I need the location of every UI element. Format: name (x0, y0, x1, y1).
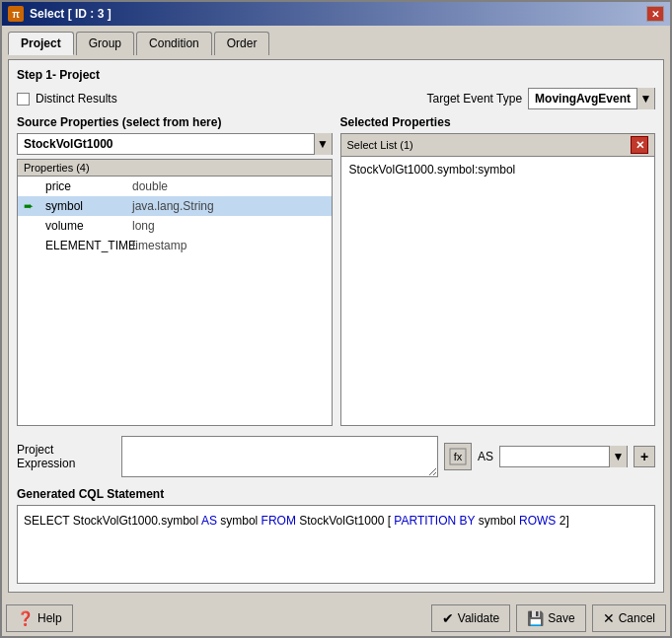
title-bar: π Select [ ID : 3 ] ✕ (2, 2, 670, 26)
as-dropdown[interactable]: ▼ (499, 446, 628, 467)
cql-title: Generated CQL Statement (17, 487, 655, 501)
distinct-target-row: Distinct Results Target Event Type Movin… (17, 88, 655, 109)
cql-rows-val: 2] (560, 514, 569, 528)
cql-box: SELECT StockVolGt1000.symbol AS symbol F… (17, 505, 655, 584)
main-window: π Select [ ID : 3 ] ✕ Project Group Cond… (0, 0, 672, 638)
expr-function-button[interactable]: fx (444, 443, 472, 470)
cql-section: Generated CQL Statement SELECT StockVolG… (17, 487, 655, 584)
main-panel: Step 1- Project Distinct Results Target … (8, 59, 664, 593)
prop-row-symbol[interactable]: ➨ symbol java.lang.String (18, 196, 332, 216)
prop-name-element-time: ELEMENT_TIME (45, 239, 124, 252)
distinct-checkbox[interactable] (17, 93, 30, 106)
project-expr-input[interactable] (121, 436, 438, 477)
target-event-dropdown[interactable]: MovingAvgEvent ▼ (528, 88, 655, 109)
prop-name-volume: volume (45, 219, 124, 233)
save-button[interactable]: 💾 Save (516, 604, 585, 632)
source-col: Source Properties (select from here) Sto… (17, 115, 333, 426)
save-icon: 💾 (527, 610, 544, 626)
cql-partition-col: symbol (479, 514, 519, 528)
footer-right: ✔ Validate 💾 Save ✕ Cancel (431, 604, 666, 632)
prop-name-symbol: symbol (45, 199, 124, 213)
chevron-down-icon: ▼ (317, 137, 329, 151)
properties-header: Properties (4) (18, 160, 332, 177)
selected-box: Select List (1) ✕ StockVolGt1000.symbol:… (340, 133, 656, 426)
source-dropdown[interactable]: StockVolGt1000 ▼ (17, 133, 333, 155)
help-label: Help (37, 611, 62, 625)
tab-group[interactable]: Group (76, 32, 134, 55)
prop-type-volume: long (132, 219, 155, 233)
prop-row-price[interactable]: price double (18, 177, 332, 196)
tab-order[interactable]: Order (214, 32, 270, 55)
prop-arrow-symbol: ➨ (24, 199, 37, 213)
content-area: Project Group Condition Order Step 1- Pr… (2, 26, 670, 599)
app-icon: π (8, 6, 24, 22)
tab-project[interactable]: Project (8, 32, 74, 55)
project-expr-row: Project Expression fx AS ▼ + (17, 432, 655, 481)
source-dropdown-btn[interactable]: ▼ (314, 133, 332, 155)
as-label: AS (478, 450, 493, 463)
prop-row-volume[interactable]: volume long (18, 216, 332, 236)
prop-name-price: price (45, 179, 124, 193)
prop-type-symbol: java.lang.String (132, 199, 214, 213)
distinct-label: Distinct Results (36, 92, 117, 106)
source-props-title: Source Properties (select from here) (17, 115, 333, 129)
tab-condition[interactable]: Condition (136, 32, 212, 55)
cql-partition: PARTITION BY (394, 514, 475, 528)
footer: ❓ Help ✔ Validate 💾 Save ✕ Cancel (2, 599, 670, 636)
help-button[interactable]: ❓ Help (6, 604, 73, 632)
cancel-icon: ✕ (603, 610, 615, 626)
add-button[interactable]: + (634, 446, 655, 467)
selected-list: StockVolGt1000.symbol:symbol (341, 157, 655, 425)
cql-select: SELECT (24, 514, 73, 528)
footer-left: ❓ Help (6, 604, 73, 632)
cancel-label: Cancel (619, 611, 655, 625)
cql-from: FROM (261, 514, 300, 528)
distinct-left: Distinct Results (17, 92, 117, 106)
properties-list: price double ➨ symbol java.lang.String v… (18, 177, 332, 425)
cql-table: StockVolGt1000 (299, 514, 387, 528)
properties-box: Properties (4) price double ➨ symbol jav… (17, 159, 333, 426)
cql-as: AS (201, 514, 220, 528)
step-title: Step 1- Project (17, 68, 655, 82)
function-icon: fx (449, 448, 467, 465)
target-right: Target Event Type MovingAvgEvent ▼ (427, 88, 655, 109)
tab-bar: Project Group Condition Order (8, 32, 664, 55)
prop-type-element-time: timestamp (132, 239, 187, 252)
selected-col-header: Selected Properties (340, 115, 656, 129)
cql-col: StockVolGt1000.symbol (73, 514, 201, 528)
cancel-button[interactable]: ✕ Cancel (592, 604, 666, 632)
selected-props-title: Selected Properties (340, 115, 451, 129)
selected-item-0[interactable]: StockVolGt1000.symbol:symbol (345, 161, 651, 178)
target-event-value: MovingAvgEvent (529, 92, 636, 106)
cql-rows: ROWS (519, 514, 560, 528)
help-icon: ❓ (17, 610, 34, 626)
columns-row: Source Properties (select from here) Sto… (17, 115, 655, 426)
target-event-label: Target Event Type (427, 92, 523, 106)
close-button[interactable]: ✕ (646, 6, 664, 22)
validate-button[interactable]: ✔ Validate (431, 604, 510, 632)
validate-icon: ✔ (442, 610, 454, 626)
prop-row-element-time[interactable]: ELEMENT_TIME timestamp (18, 236, 332, 255)
prop-type-price: double (132, 179, 168, 193)
selected-header: Select List (1) ✕ (341, 134, 655, 157)
selected-col: Selected Properties Select List (1) ✕ St… (340, 115, 656, 426)
project-expr-label: Project Expression (17, 443, 115, 470)
select-list-header: Select List (1) (347, 139, 413, 151)
validate-label: Validate (458, 611, 499, 625)
target-event-dropdown-btn[interactable]: ▼ (636, 88, 654, 109)
save-label: Save (548, 611, 574, 625)
chevron-down-icon: ▼ (640, 92, 652, 106)
cql-alias: symbol (220, 514, 261, 528)
source-dropdown-value: StockVolGt1000 (18, 137, 314, 151)
chevron-down-icon: ▼ (613, 450, 625, 463)
title-bar-left: π Select [ ID : 3 ] (8, 6, 112, 22)
svg-text:fx: fx (454, 451, 463, 462)
delete-selected-button[interactable]: ✕ (631, 136, 648, 154)
as-dropdown-btn[interactable]: ▼ (609, 446, 627, 467)
window-title: Select [ ID : 3 ] (30, 7, 112, 21)
